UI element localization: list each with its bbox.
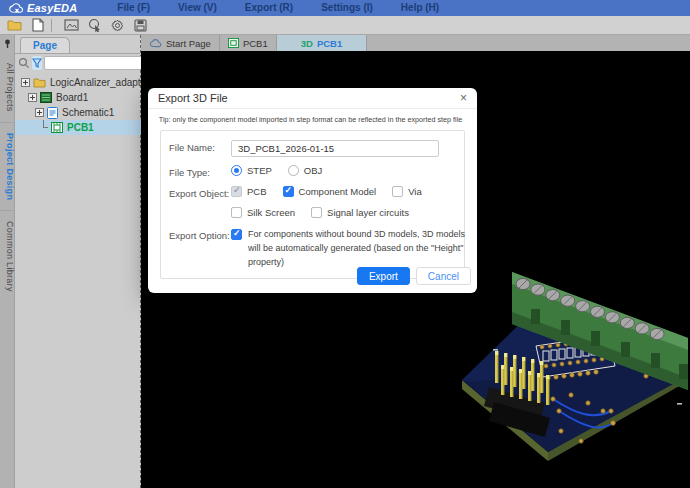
tab-3d-prefix: 3D (301, 38, 313, 49)
pin-icon[interactable] (3, 35, 12, 53)
tab-label: PCB1 (243, 38, 268, 49)
expander-icon[interactable] (28, 93, 37, 102)
file-name-label: File Name: (169, 140, 231, 153)
export-object-row-2: Silk Screen Signal layer circuits (169, 207, 456, 218)
tab-pcb1[interactable]: PCB1 (220, 35, 277, 51)
menu-help[interactable]: Help (H) (387, 0, 453, 16)
export-option-label: Export Option: (169, 228, 231, 241)
easyeda-logo: EasyEDA (0, 2, 85, 14)
cloud-logo-icon (8, 3, 24, 14)
menu-view[interactable]: View (V) (164, 0, 231, 16)
project-tree: LogicAnalizer_adapter Board1 Schematic1 (15, 75, 141, 135)
sidebar-tab-all-projects[interactable]: All Projects (0, 53, 15, 122)
left-panel-strip: All Projects Project Design Common Libra… (0, 35, 15, 488)
project-sidebar: Page (15, 35, 141, 488)
checkbox-auto-generate[interactable] (231, 229, 242, 240)
tree-connector (39, 120, 48, 135)
expander-icon[interactable] (21, 78, 30, 87)
pcb-icon (51, 122, 63, 133)
image-icon[interactable] (63, 18, 80, 33)
folder-icon (33, 77, 46, 88)
tree-item-label: PCB1 (67, 122, 94, 133)
checkbox-via-label[interactable]: Via (408, 186, 422, 197)
logo-text: EasyEDA (27, 2, 77, 14)
dialog-titlebar: Export 3D File × (148, 88, 477, 109)
menubar: EasyEDA File (F) View (V) Export (R) Set… (0, 0, 690, 16)
cursor-select-icon[interactable] (86, 18, 103, 33)
menu-file[interactable]: File (F) (103, 0, 164, 16)
sidebar-tab-project-design[interactable]: Project Design (0, 122, 15, 210)
tab-label: PCB1 (317, 38, 342, 49)
pcb-icon (228, 38, 239, 48)
tab-3d-pcb1[interactable]: 3D PCB1 (277, 35, 368, 51)
file-type-row: File Type: STEP OBJ (169, 165, 456, 178)
tree-item-schematic[interactable]: Schematic1 (15, 105, 141, 120)
dialog-form-box: File Name: File Type: STEP OBJ Export Ob… (160, 130, 465, 279)
board-icon (40, 92, 52, 103)
menu-export[interactable]: Export (R) (231, 0, 307, 16)
schematic-icon (47, 107, 58, 119)
cloud-icon (149, 39, 162, 48)
checkbox-component-model[interactable] (283, 186, 294, 197)
export-object-row: Export Object: PCB Component Model Via (169, 186, 456, 199)
dialog-title: Export 3D File (158, 92, 228, 104)
export-option-row: Export Option: For components without bo… (169, 228, 456, 270)
document-tabbar: Start Page PCB1 3D PCB1 (141, 35, 690, 51)
tab-label: Start Page (166, 38, 211, 49)
sidebar-search-row (18, 55, 138, 71)
dialog-tip: Tip: only the component model imported i… (148, 109, 444, 128)
checkbox-component-model-label[interactable]: Component Model (299, 186, 377, 197)
tree-item-pcb[interactable]: PCB1 (15, 120, 141, 135)
menu-items: File (F) View (V) Export (R) Settings (I… (103, 0, 453, 16)
export-3d-dialog: Export 3D File × Tip: only the component… (148, 88, 477, 293)
easyeda-window: EasyEDA File (F) View (V) Export (R) Set… (0, 0, 690, 488)
expander-icon[interactable] (35, 108, 44, 117)
tree-item-project[interactable]: LogicAnalizer_adapter (15, 75, 141, 90)
menu-settings[interactable]: Settings (I) (307, 0, 387, 16)
export-object-label: Export Object: (169, 186, 231, 199)
tree-item-board[interactable]: Board1 (15, 90, 141, 105)
radio-step-label[interactable]: STEP (247, 165, 272, 176)
gear-icon[interactable] (109, 18, 126, 33)
spacer (169, 207, 231, 209)
toolbar-separator (51, 19, 52, 32)
export-button[interactable]: Export (357, 267, 410, 285)
toolbar (0, 16, 690, 35)
radio-obj[interactable] (288, 165, 299, 176)
cancel-button[interactable]: Cancel (416, 267, 471, 285)
checkbox-signal-layer-label[interactable]: Signal layer circuits (327, 207, 409, 218)
checkbox-via[interactable] (392, 186, 403, 197)
checkbox-pcb-label[interactable]: PCB (247, 186, 267, 197)
checkbox-silk-screen-label[interactable]: Silk Screen (247, 207, 295, 218)
radio-obj-label[interactable]: OBJ (304, 165, 322, 176)
radio-step[interactable] (231, 165, 242, 176)
save-icon[interactable] (132, 18, 149, 33)
close-icon[interactable]: × (460, 92, 467, 104)
tree-item-label: Board1 (56, 92, 88, 103)
file-type-label: File Type: (169, 165, 231, 178)
tree-item-label: LogicAnalizer_adapter (50, 77, 150, 88)
checkbox-silk-screen[interactable] (231, 207, 242, 218)
checkbox-signal-layer[interactable] (311, 207, 322, 218)
dialog-footer: Export Cancel (357, 267, 471, 285)
export-option-text: For components without bound 3D models, … (248, 228, 466, 270)
search-icon (18, 57, 30, 69)
sidebar-tab-common-library[interactable]: Common Library (0, 210, 15, 302)
filter-funnel-icon[interactable] (32, 56, 42, 70)
file-name-row: File Name: (169, 140, 456, 157)
folder-icon[interactable] (6, 18, 23, 33)
new-file-icon[interactable] (29, 18, 46, 33)
page-tab[interactable]: Page (20, 37, 70, 53)
checkbox-pcb[interactable] (231, 186, 242, 197)
tree-item-label: Schematic1 (62, 107, 114, 118)
file-name-input[interactable] (231, 140, 439, 157)
tab-start-page[interactable]: Start Page (141, 35, 220, 51)
